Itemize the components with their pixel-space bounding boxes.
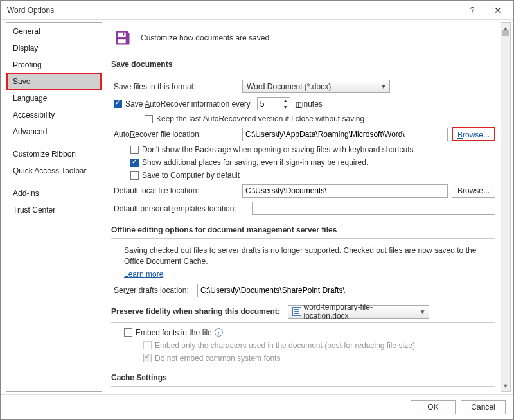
localloc-browse-button[interactable]: Browse... bbox=[452, 184, 495, 198]
templates-input[interactable] bbox=[252, 202, 495, 215]
drafts-input[interactable] bbox=[197, 284, 495, 297]
keep-last-checkbox[interactable] bbox=[145, 115, 153, 123]
save-to-computer-label: Save to Computer by default bbox=[142, 171, 240, 180]
minutes-label: minutes bbox=[296, 100, 323, 109]
sidebar-divider bbox=[6, 143, 102, 143]
preserve-doc-dropdown[interactable]: word-temporary-file-location.docx ▼ bbox=[288, 305, 429, 319]
save-documents-header: Save documents bbox=[111, 57, 495, 73]
save-icon bbox=[114, 29, 132, 47]
sidebar-item-qat[interactable]: Quick Access Toolbar bbox=[6, 162, 102, 179]
chevron-down-icon: ▼ bbox=[420, 308, 426, 315]
arloc-browse-button[interactable]: Browse... bbox=[452, 127, 495, 141]
scroll-down-icon[interactable]: ▼ bbox=[501, 381, 510, 391]
sidebar-item-addins[interactable]: Add-ins bbox=[6, 185, 102, 202]
scrollbar[interactable]: ▲ ▼ bbox=[501, 22, 511, 392]
offline-body: Saving checked out files to server draft… bbox=[111, 245, 495, 270]
sidebar-item-save[interactable]: Save bbox=[6, 73, 102, 90]
sidebar-item-advanced[interactable]: Advanced bbox=[6, 123, 102, 140]
drafts-label: Server drafts location: bbox=[114, 286, 197, 295]
window-title: Word Options bbox=[7, 6, 459, 15]
no-backstage-checkbox[interactable] bbox=[130, 146, 139, 154]
autorecover-value[interactable] bbox=[258, 98, 281, 110]
word-options-dialog: Word Options ? ✕ General Display Proofin… bbox=[0, 0, 514, 420]
intro-row: Customize how documents are saved. bbox=[111, 29, 495, 47]
localloc-input[interactable] bbox=[242, 184, 448, 198]
sidebar-item-accessibility[interactable]: Accessibility bbox=[6, 107, 102, 123]
scrollbar-thumb[interactable] bbox=[502, 30, 509, 36]
svg-rect-0 bbox=[123, 33, 124, 36]
arloc-label: AutoRecover file location: bbox=[114, 130, 242, 139]
sidebar-item-proofing[interactable]: Proofing bbox=[6, 57, 102, 73]
additional-places-label: Show additional places for saving, even … bbox=[142, 158, 368, 167]
document-icon bbox=[292, 307, 301, 316]
spinner-up-icon[interactable]: ▲ bbox=[281, 98, 290, 104]
additional-places-checkbox[interactable] bbox=[130, 159, 139, 167]
cache-header: Cache Settings bbox=[111, 371, 495, 387]
sidebar-item-display[interactable]: Display bbox=[6, 40, 102, 57]
preserve-header: Preserve fidelity when sharing this docu… bbox=[111, 307, 280, 316]
autorecover-minutes-input[interactable]: ▲▼ bbox=[257, 97, 290, 110]
arloc-input[interactable] bbox=[242, 128, 448, 141]
embed-fonts-label: Embed fonts in the file bbox=[136, 328, 212, 337]
autorecover-label: Save AutoRecover information every bbox=[125, 100, 251, 109]
keep-last-label: Keep the last AutoRecovered version if I… bbox=[156, 114, 364, 123]
save-to-computer-checkbox[interactable] bbox=[130, 171, 139, 180]
info-icon[interactable]: i bbox=[215, 328, 223, 337]
sidebar: General Display Proofing Save Language A… bbox=[6, 22, 102, 392]
embed-fonts-checkbox[interactable] bbox=[124, 328, 132, 337]
sidebar-item-trust-center[interactable]: Trust Center bbox=[6, 202, 102, 218]
dialog-buttons: OK Cancel bbox=[1, 394, 513, 419]
chevron-down-icon: ▼ bbox=[380, 83, 387, 90]
sidebar-item-general[interactable]: General bbox=[6, 23, 102, 40]
main-panel: Customize how documents are saved. Save … bbox=[107, 22, 513, 392]
format-value: Word Document (*.docx) bbox=[247, 82, 331, 91]
embed-only-checkbox bbox=[143, 341, 152, 349]
donot-embed-label: Do not embed common system fonts bbox=[155, 354, 280, 363]
preserve-doc-name: word-temporary-file-location.docx bbox=[304, 302, 416, 320]
localloc-label: Default local file location: bbox=[114, 186, 242, 195]
format-dropdown[interactable]: Word Document (*.docx) ▼ bbox=[242, 80, 390, 93]
close-button[interactable]: ✕ bbox=[485, 5, 511, 15]
ok-button[interactable]: OK bbox=[411, 400, 456, 414]
cancel-button[interactable]: Cancel bbox=[461, 400, 506, 414]
donot-embed-checkbox bbox=[143, 354, 152, 362]
autorecover-checkbox[interactable] bbox=[114, 100, 122, 108]
titlebar: Word Options ? ✕ bbox=[1, 1, 513, 20]
sidebar-divider bbox=[6, 182, 102, 182]
embed-only-label: Embed only the characters used in the do… bbox=[155, 341, 415, 350]
templates-label: Default personal templates location: bbox=[114, 204, 252, 213]
learn-more-link[interactable]: Learn more bbox=[124, 270, 163, 279]
offline-header: Offline editing options for document man… bbox=[111, 223, 495, 239]
format-label: Save files in this format: bbox=[114, 82, 242, 91]
spinner-down-icon[interactable]: ▼ bbox=[281, 104, 290, 110]
sidebar-item-language[interactable]: Language bbox=[6, 90, 102, 107]
intro-text: Customize how documents are saved. bbox=[141, 33, 271, 42]
no-backstage-label: Don't show the Backstage when opening or… bbox=[142, 145, 414, 154]
sidebar-item-customize-ribbon[interactable]: Customize Ribbon bbox=[6, 146, 102, 162]
help-button[interactable]: ? bbox=[459, 6, 485, 15]
